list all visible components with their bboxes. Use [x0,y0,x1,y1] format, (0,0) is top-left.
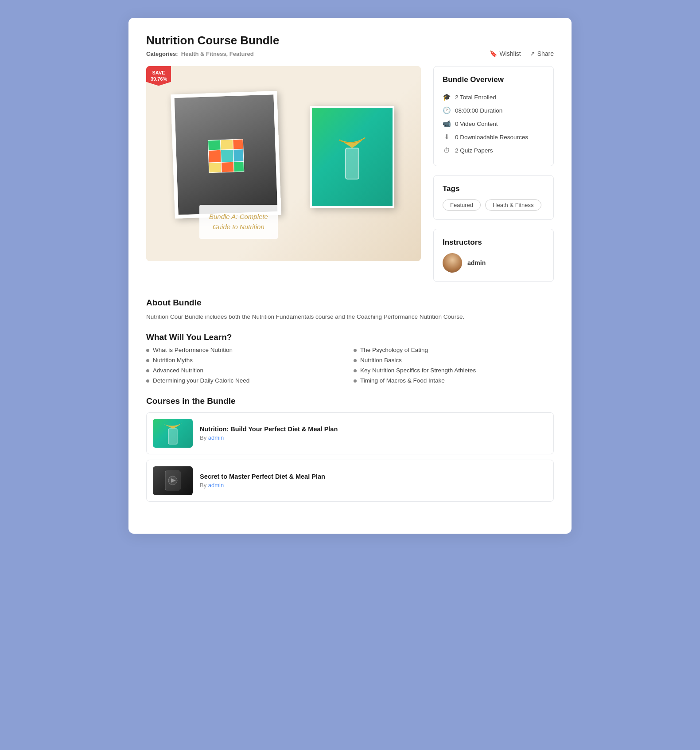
about-title: About Bundle [146,298,554,308]
learn-bullet-icon [354,379,357,383]
course-thumb-0 [153,419,193,448]
content-layout: SAVE 39.76% [146,66,554,282]
page-title: Nutrition Course Bundle [146,34,554,47]
learn-bullet-icon [354,349,357,352]
liquid-icon [334,130,370,184]
learn-item-2: Advanced Nutrition [146,367,346,374]
save-badge: SAVE 39.76% [146,66,171,86]
bookmark-icon: 🔖 [490,50,497,57]
share-icon: ↗ [530,50,535,57]
course-by-1: By admin [200,482,325,488]
instructor-name[interactable]: admin [467,259,486,266]
svg-rect-7 [221,140,233,150]
tag-heath-fitness[interactable]: Heath & Fitness [485,199,541,211]
avatar [443,253,462,273]
course-title-0: Nutrition: Build Your Perfect Diet & Mea… [200,426,338,433]
learn-grid: What is Performance Nutrition The Psycho… [146,347,554,384]
svg-rect-3 [209,162,222,172]
learn-item-3: Determining your Daily Caloric Need [146,377,346,384]
instructors-section: Instructors admin [433,229,554,282]
wishlist-button[interactable]: 🔖 Wishlist [490,50,521,57]
action-buttons: 🔖 Wishlist ↗ Share [490,50,554,57]
overview-downloads: ⬇ 0 Downloadable Resources [443,130,544,144]
course-info-1: Secret to Master Perfect Diet & Meal Pla… [200,473,325,488]
tags-section: Tags Featured Heath & Fitness [433,175,554,220]
course-author-link-0[interactable]: admin [208,434,224,441]
courses-title: Courses in the Bundle [146,396,554,406]
course-info-0: Nutrition: Build Your Perfect Diet & Mea… [200,426,338,441]
overview-video: 📹 0 Video Content [443,117,544,130]
overview-duration: 🕐 08:00:00 Duration [443,104,544,117]
graduation-cap-icon: 🎓 [443,93,451,101]
bundle-overlay-text: Bundle A: CompleteGuide to Nutrition [209,212,268,232]
learn-bullet-icon [354,369,357,372]
about-text: Nutrition Cour Bundle includes both the … [146,312,554,322]
overview-enrolled: 🎓 2 Total Enrolled [443,90,544,104]
download-icon: ⬇ [443,133,451,141]
course-author-link-1[interactable]: admin [208,482,224,488]
learn-bullet-icon [354,359,357,362]
course-by-0: By admin [200,434,338,441]
svg-rect-9 [346,148,359,179]
learn-bullet-icon [146,379,149,383]
tags-title: Tags [443,184,544,193]
course-thumb-liquid-icon [162,420,184,446]
course-card-1: Secret to Master Perfect Diet & Meal Pla… [146,460,554,502]
quiz-icon: ⏱ [443,146,451,154]
hero-image: SAVE 39.76% [146,66,421,261]
share-button[interactable]: ↗ Share [530,50,554,57]
svg-rect-5 [233,161,244,172]
course-title-1: Secret to Master Perfect Diet & Meal Pla… [200,473,325,480]
svg-rect-10 [168,429,177,444]
svg-rect-2 [233,149,243,162]
learn-item-5: Nutrition Basics [354,357,554,363]
learn-bullet-icon [146,369,149,372]
learn-item-1: Nutrition Myths [146,357,346,363]
course-thumb-1 [153,466,193,495]
svg-rect-0 [208,150,221,163]
overview-quiz: ⏱ 2 Quiz Papers [443,144,544,157]
categories-row: Categories: Health & Fitness, Featured 🔖… [146,50,554,57]
tags-row: Featured Heath & Fitness [443,199,544,211]
learn-bullet-icon [146,349,149,352]
categories-label: Categories: Health & Fitness, Featured [146,51,254,57]
svg-rect-4 [221,162,234,172]
learn-title: What Will You Learn? [146,332,554,342]
learn-bullet-icon [146,359,149,362]
rubik-cube-icon [205,134,246,175]
course-thumb-dark-icon [162,467,184,494]
categories-label-text: Categories: [146,51,178,57]
avatar-image [443,253,462,273]
bundle-text-overlay: Bundle A: CompleteGuide to Nutrition [199,205,278,239]
rubik-photo [171,91,281,219]
tag-featured[interactable]: Featured [443,199,481,211]
hero-background: Bundle A: CompleteGuide to Nutrition [146,66,421,261]
learn-item-0: What is Performance Nutrition [146,347,346,353]
learn-item-6: Key Nutrition Specifics for Strength Ath… [354,367,554,374]
instructors-title: Instructors [443,238,544,247]
learn-item-7: Timing of Macros & Food Intake [354,377,554,384]
liquid-photo [310,106,394,208]
instructor-row: admin [443,253,544,273]
video-icon: 📹 [443,120,451,128]
course-card-0: Nutrition: Build Your Perfect Diet & Mea… [146,412,554,454]
bundle-overview-section: Bundle Overview 🎓 2 Total Enrolled 🕐 08:… [433,66,554,166]
categories-values: Health & Fitness, Featured [181,51,254,57]
main-card: Nutrition Course Bundle Categories: Heal… [128,18,572,534]
svg-rect-1 [221,149,233,162]
clock-icon: 🕐 [443,106,451,114]
sidebar: Bundle Overview 🎓 2 Total Enrolled 🕐 08:… [433,66,554,282]
svg-rect-6 [208,140,221,150]
bundle-overview-title: Bundle Overview [443,75,544,84]
learn-item-4: The Psychology of Eating [354,347,554,353]
svg-rect-8 [233,139,243,149]
